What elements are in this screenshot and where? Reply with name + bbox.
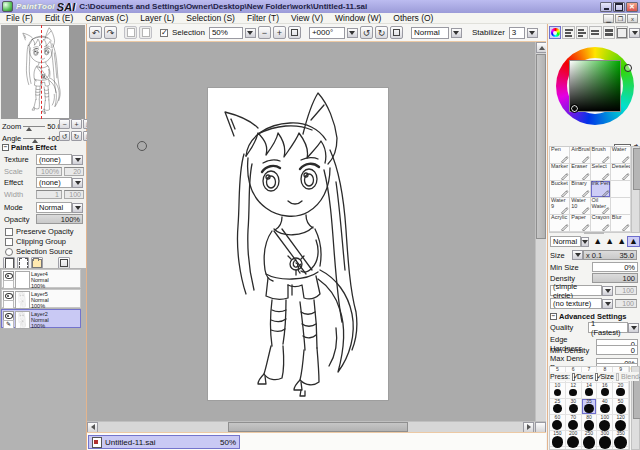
brush-size-40[interactable]: 40 <box>597 399 613 415</box>
menu-others[interactable]: Others (O) <box>387 13 439 23</box>
min-size-value[interactable]: 0% <box>592 262 638 272</box>
child-restore-button[interactable]: ❐ <box>615 14 626 23</box>
document-tab[interactable]: Untitled-11.sai 50% <box>88 435 240 449</box>
hsv-sliders-tab[interactable] <box>576 26 588 39</box>
effect-combo[interactable]: (none) <box>36 177 72 188</box>
brush-size-200[interactable]: 200 <box>566 431 582 447</box>
brush-size-70[interactable]: 70 <box>566 415 582 431</box>
angle-combo-dropdown[interactable] <box>347 28 358 38</box>
scale-value-box[interactable]: 20 <box>64 167 84 176</box>
menu-edit[interactable]: Edit (E) <box>39 13 79 23</box>
size-unit-button[interactable] <box>572 250 583 260</box>
brush-size-350[interactable]: 350 <box>613 431 629 447</box>
tool-acrylic[interactable]: Acrylic <box>550 215 570 232</box>
tool-pen[interactable]: Pen <box>550 147 570 164</box>
size-slider[interactable]: x 0.1 35.0 <box>583 250 637 260</box>
brush-size-30[interactable]: 30 <box>566 399 582 415</box>
scale-slider[interactable]: 100% <box>36 167 62 176</box>
redo-button[interactable]: ↷ <box>104 26 117 39</box>
brush-size-250[interactable]: 250 <box>582 431 598 447</box>
palette-scroll-thumb[interactable] <box>633 377 640 419</box>
zoom-in-button[interactable]: + <box>273 26 286 39</box>
layer-row-layer4[interactable]: Layer4 Normal 100% <box>1 269 81 288</box>
collapse-icon[interactable]: − <box>550 313 557 320</box>
scroll-corner-button[interactable] <box>535 422 546 433</box>
brush-size-14[interactable]: 14 <box>582 383 598 399</box>
sv-marker[interactable] <box>571 105 578 112</box>
press-blend-checkbox[interactable] <box>616 373 619 381</box>
scroll-left-button[interactable] <box>87 422 98 433</box>
angle-combo[interactable]: +000° <box>309 27 345 39</box>
tool-oil-water[interactable]: Oil Water <box>591 198 611 215</box>
mode-combo[interactable]: Normal <box>36 202 72 213</box>
child-close-button[interactable]: x <box>627 14 638 23</box>
stabilizer-dropdown[interactable] <box>527 28 538 38</box>
brush-shape-strength[interactable]: 100 <box>615 286 637 295</box>
brush-size-35[interactable]: 35 <box>582 399 598 415</box>
menu-window[interactable]: Window (W) <box>329 13 387 23</box>
copy-button[interactable] <box>124 26 137 39</box>
brush-size-12[interactable]: 12 <box>566 383 582 399</box>
zoom-reset-button[interactable] <box>288 26 301 39</box>
brush-blend-combo[interactable]: Normal <box>550 236 581 247</box>
brush-size-150[interactable]: 150 <box>550 431 566 447</box>
color-mixer-tab[interactable] <box>589 26 601 39</box>
title-bar[interactable]: PaintTool SAI C:\Documents and Settings\… <box>0 0 640 13</box>
menu-view[interactable]: View (V) <box>285 13 329 23</box>
brush-size-300[interactable]: 300 <box>597 431 613 447</box>
selection-checkbox[interactable] <box>160 29 168 37</box>
brush-blend-dropdown[interactable] <box>581 237 589 247</box>
canvas-document[interactable] <box>208 88 388 400</box>
width-slider[interactable]: 1 <box>36 190 62 199</box>
vertical-scroll-thumb[interactable] <box>536 54 546 239</box>
menu-canvas[interactable]: Canvas (C) <box>79 13 134 23</box>
brush-tip-1[interactable]: ▲ <box>592 237 603 246</box>
layer-row-layer5[interactable]: Layer5 Normal 100% <box>1 289 81 308</box>
rgb-sliders-tab[interactable] <box>562 26 574 39</box>
brush-size-120[interactable]: 120 <box>613 415 629 431</box>
rotate-cw-button[interactable]: ↻ <box>375 26 388 39</box>
menu-file[interactable]: File (F) <box>0 13 39 23</box>
navigator-preview[interactable] <box>1 25 85 119</box>
menu-layer[interactable]: Layer (L) <box>134 13 180 23</box>
stabilizer-combo[interactable]: 3 <box>509 27 525 39</box>
tool-ink-pen[interactable]: Ink Pen <box>591 181 611 198</box>
tool-water-10[interactable]: Water 10 <box>570 198 590 215</box>
brush-tip-2[interactable]: ▲ <box>604 237 615 246</box>
angle-reset-button[interactable] <box>390 26 403 39</box>
nav-zoom-out-button[interactable]: − <box>59 119 70 129</box>
tool-binary[interactable]: Binary <box>570 181 590 198</box>
layer-row-layer2-selected[interactable]: ✎ Layer2 Normal 100% <box>1 309 81 328</box>
brush-size-80[interactable]: 80 <box>582 415 598 431</box>
child-minimize-button[interactable]: ▁ <box>603 14 614 23</box>
brush-shape-combo[interactable]: (simple circle) <box>550 285 602 296</box>
selection-source-radio[interactable] <box>5 248 13 256</box>
press-size-checkbox[interactable] <box>595 373 598 381</box>
tool-water-9[interactable]: Water 9 <box>550 198 570 215</box>
tool-water[interactable]: Water <box>611 147 631 164</box>
clipping-group-row[interactable]: Clipping Group <box>5 237 66 246</box>
brush-size-60[interactable]: 60 <box>550 415 566 431</box>
color-wheel-tab[interactable] <box>549 26 561 39</box>
tool-deselect[interactable]: Deselect <box>611 164 631 181</box>
layer-paint-slot[interactable] <box>3 300 14 309</box>
navigator-zoom-slider[interactable] <box>23 126 45 127</box>
brush-size-10[interactable]: 10 <box>550 383 566 399</box>
nav-zoom-in-button[interactable]: + <box>71 119 82 129</box>
scroll-up-button[interactable] <box>536 42 546 53</box>
tool-crayon[interactable]: Crayon <box>591 215 611 232</box>
tool-eraser[interactable]: Eraser <box>570 164 590 181</box>
quality-dropdown[interactable] <box>628 323 639 333</box>
navigator-angle-slider[interactable] <box>23 138 45 139</box>
panel-resize-grip[interactable] <box>584 232 604 234</box>
brush-size-25[interactable]: 25 <box>550 399 566 415</box>
scratchpad-tab[interactable] <box>616 26 628 39</box>
texture-combo[interactable]: (none) <box>36 154 72 165</box>
undo-button[interactable]: ↶ <box>89 26 102 39</box>
preserve-opacity-row[interactable]: Preserve Opacity <box>5 227 74 236</box>
paste-button[interactable] <box>139 26 152 39</box>
nav-rotate-ccw-button[interactable]: ↺ <box>59 131 70 141</box>
swatches-tab[interactable] <box>603 26 615 39</box>
hue-marker[interactable] <box>624 64 632 72</box>
canvas-area[interactable] <box>87 42 546 432</box>
